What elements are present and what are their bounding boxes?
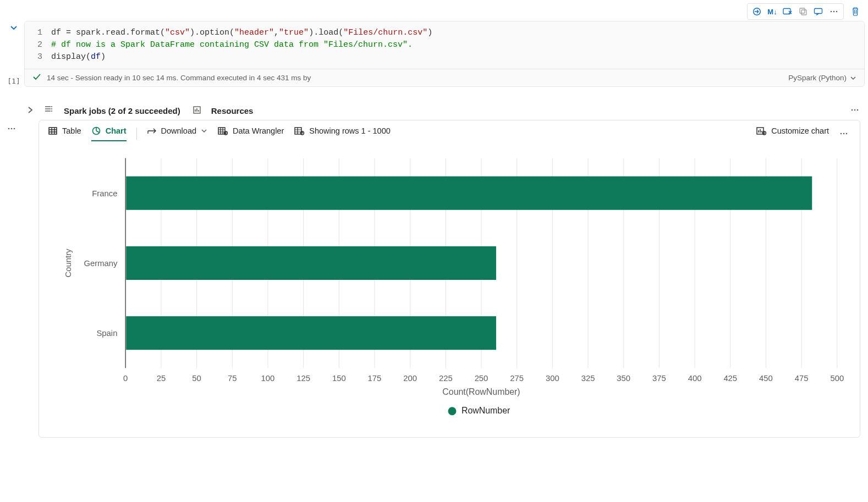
svg-text:500: 500: [830, 374, 844, 383]
svg-text:25: 25: [157, 374, 166, 383]
output-toolbar: Table Chart Download Data Wrangler: [39, 120, 860, 147]
chevron-down-icon: [201, 128, 207, 134]
run-alt-icon[interactable]: [750, 5, 764, 18]
delete-icon[interactable]: [848, 5, 862, 18]
svg-point-12: [8, 128, 10, 130]
svg-text:75: 75: [228, 374, 237, 383]
line-numbers: 1 2 3: [25, 27, 51, 63]
table-rows-icon: [294, 126, 305, 136]
svg-point-23: [840, 133, 842, 135]
chevron-right-icon[interactable]: [26, 106, 34, 115]
svg-text:150: 150: [332, 374, 346, 383]
svg-text:225: 225: [439, 374, 453, 383]
svg-rect-4: [815, 9, 822, 14]
bar-chart: 0255075100125150175200225250275300325350…: [56, 152, 849, 421]
download-button[interactable]: Download: [147, 126, 208, 141]
svg-rect-2: [800, 8, 805, 13]
svg-text:425: 425: [723, 374, 737, 383]
rows-indicator[interactable]: Showing rows 1 - 1000: [294, 126, 391, 141]
chevron-down-icon[interactable]: [9, 23, 18, 34]
svg-text:325: 325: [581, 374, 595, 383]
svg-point-9: [851, 109, 853, 111]
copy-icon[interactable]: [796, 5, 810, 18]
table-icon: [48, 126, 58, 136]
cell-collapse-gutter: [3, 21, 24, 87]
svg-text:175: 175: [368, 374, 382, 383]
divider: [136, 128, 137, 140]
chevron-down-icon: [850, 75, 856, 81]
tab-table[interactable]: Table: [48, 126, 81, 141]
customize-chart-button[interactable]: Customize chart: [756, 126, 829, 141]
more-icon[interactable]: [837, 127, 851, 140]
svg-text:RowNumber: RowNumber: [462, 406, 510, 415]
svg-point-10: [854, 109, 856, 111]
svg-text:Germany: Germany: [84, 259, 118, 268]
svg-text:275: 275: [510, 374, 524, 383]
svg-point-24: [843, 133, 845, 135]
data-wrangler-button[interactable]: Data Wrangler: [217, 126, 284, 141]
cell-more-icon[interactable]: [3, 120, 20, 135]
svg-text:Spain: Spain: [96, 329, 117, 338]
svg-text:0: 0: [123, 374, 128, 383]
svg-text:50: 50: [192, 374, 201, 383]
svg-rect-15: [49, 128, 57, 134]
svg-text:France: France: [92, 189, 117, 198]
resources-icon: [193, 106, 201, 116]
svg-point-13: [11, 128, 13, 130]
chart-area: 0255075100125150175200225250275300325350…: [39, 147, 860, 437]
comment-icon[interactable]: [811, 5, 826, 18]
svg-text:475: 475: [795, 374, 809, 383]
svg-text:Country: Country: [64, 249, 73, 278]
svg-text:200: 200: [403, 374, 417, 383]
output-header-row: Spark jobs (2 of 2 succeeded) Resources: [3, 97, 865, 120]
spark-jobs-label[interactable]: Spark jobs (2 of 2 succeeded): [64, 106, 180, 115]
status-row: 14 sec - Session ready in 10 sec 14 ms. …: [25, 69, 864, 86]
resources-label[interactable]: Resources: [211, 106, 254, 115]
bar: [126, 246, 496, 280]
spark-jobs-icon: [44, 105, 54, 117]
svg-text:350: 350: [617, 374, 630, 383]
cell-toolbar-group: M↓: [747, 3, 844, 20]
bar: [126, 176, 812, 210]
code-cell[interactable]: 1 2 3 df = spark.read.format("csv").opti…: [24, 21, 865, 87]
chart-icon: [91, 126, 101, 136]
svg-text:125: 125: [296, 374, 310, 383]
svg-text:300: 300: [546, 374, 559, 383]
download-icon: [147, 127, 157, 135]
check-icon: [32, 73, 41, 83]
svg-text:100: 100: [261, 374, 275, 383]
svg-text:250: 250: [475, 374, 488, 383]
svg-text:Count(RowNumber): Count(RowNumber): [442, 387, 520, 396]
svg-point-7: [836, 11, 838, 13]
clear-output-icon[interactable]: [781, 5, 795, 18]
svg-point-5: [831, 11, 832, 13]
status-text: 14 sec - Session ready in 10 sec 14 ms. …: [47, 74, 311, 82]
output-panel: Table Chart Download Data Wrangler: [39, 120, 860, 438]
svg-point-74: [448, 407, 457, 415]
customize-icon: [756, 126, 767, 136]
svg-text:400: 400: [688, 374, 702, 383]
cell-toolbar: M↓: [3, 3, 865, 20]
svg-point-25: [846, 133, 848, 135]
svg-point-11: [857, 109, 859, 111]
svg-point-6: [833, 11, 835, 13]
svg-text:450: 450: [759, 374, 773, 383]
markdown-icon[interactable]: M↓: [765, 5, 779, 18]
code-body[interactable]: df = spark.read.format("csv").option("he…: [51, 27, 432, 63]
language-selector[interactable]: PySpark (Python): [788, 74, 856, 82]
more-icon[interactable]: [850, 106, 859, 116]
more-icon[interactable]: [827, 5, 841, 18]
svg-point-14: [14, 128, 15, 130]
bar: [126, 316, 496, 350]
svg-rect-3: [801, 10, 806, 15]
wrangler-icon: [217, 126, 228, 136]
svg-text:375: 375: [652, 374, 666, 383]
tab-chart[interactable]: Chart: [91, 126, 127, 141]
